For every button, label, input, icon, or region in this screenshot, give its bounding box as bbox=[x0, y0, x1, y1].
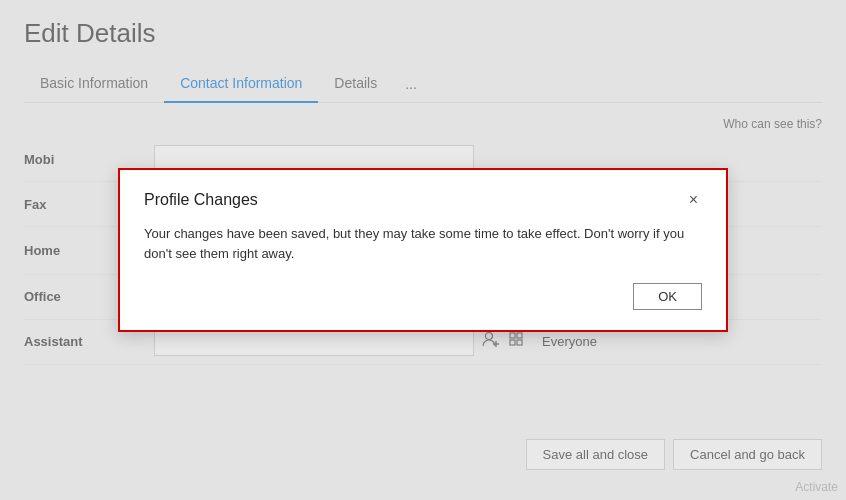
modal-ok-button[interactable]: OK bbox=[633, 283, 702, 310]
modal-overlay: Profile Changes × Your changes have been… bbox=[0, 0, 846, 500]
modal-close-button[interactable]: × bbox=[685, 190, 702, 210]
modal-body: Your changes have been saved, but they m… bbox=[144, 224, 702, 263]
modal-header: Profile Changes × bbox=[144, 190, 702, 210]
page-background: Edit Details Basic Information Contact I… bbox=[0, 0, 846, 500]
profile-changes-modal: Profile Changes × Your changes have been… bbox=[118, 168, 728, 332]
modal-title: Profile Changes bbox=[144, 191, 258, 209]
modal-footer: OK bbox=[144, 283, 702, 310]
